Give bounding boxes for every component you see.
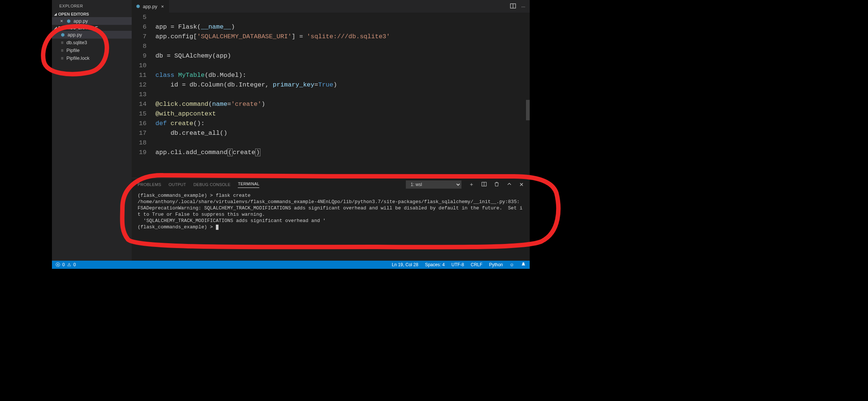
errors-count[interactable]: 0 <box>62 262 65 267</box>
code-content[interactable]: app = Flask(__name__)app.config['SQLALCH… <box>155 13 530 178</box>
status-language[interactable]: Python <box>489 262 503 267</box>
open-editors-section[interactable]: ◢ OPEN EDITORS <box>52 11 132 17</box>
status-encoding[interactable]: UTF-8 <box>451 262 464 267</box>
file-tree-item[interactable]: ≡db.sqlite3 <box>52 39 132 46</box>
close-icon[interactable]: × <box>160 4 165 9</box>
scrollbar[interactable] <box>526 13 530 178</box>
status-eol[interactable]: CRLF <box>471 262 482 267</box>
terminal-content[interactable]: (flask_commands_example) > flask create/… <box>132 191 530 261</box>
status-bar: ⓧ0 ⚠0 Ln 19, Col 28 Spaces: 4 UTF-8 CRLF… <box>52 261 530 269</box>
workspace-section[interactable]: ◢ FLA…DS_EXAMPLE <box>52 25 132 31</box>
file-tree-item[interactable]: ≡Pipfile <box>52 46 132 54</box>
file-tree-item[interactable]: ≡Pipfile.lock <box>52 54 132 62</box>
line-number-gutter: 5678910111213141516171819 <box>132 13 155 178</box>
vscode-window: EXPLORER ◢ OPEN EDITORS × ⬢ app.py ◢ FLA… <box>52 0 530 269</box>
python-file-icon: ⬢ <box>136 4 140 9</box>
close-panel-icon[interactable]: ✕ <box>519 182 524 188</box>
explorer-title: EXPLORER <box>52 0 132 11</box>
editor-tab-bar: ⬢ app.py × ··· <box>132 0 530 13</box>
bottom-panel: PROBLEMS OUTPUT DEBUG CONSOLE TERMINAL 1… <box>132 178 530 261</box>
explorer-sidebar: EXPLORER ◢ OPEN EDITORS × ⬢ app.py ◢ FLA… <box>52 0 132 261</box>
file-name-label: Pipfile <box>66 48 79 53</box>
file-name-label: Pipfile.lock <box>66 55 89 61</box>
open-editor-item[interactable]: × ⬢ app.py <box>52 17 132 25</box>
status-ln-col[interactable]: Ln 19, Col 28 <box>392 262 418 267</box>
file-name-label: db.sqlite3 <box>66 40 87 45</box>
scrollbar-thumb[interactable] <box>526 100 530 120</box>
code-editor[interactable]: 5678910111213141516171819 app = Flask(__… <box>132 13 530 178</box>
errors-icon[interactable]: ⓧ <box>56 262 60 268</box>
feedback-icon[interactable]: ☺ <box>510 262 514 267</box>
chevron-down-icon: ◢ <box>54 12 57 16</box>
status-spaces[interactable]: Spaces: 4 <box>425 262 445 267</box>
file-icon: ≡ <box>61 40 63 45</box>
new-terminal-icon[interactable]: ＋ <box>469 181 474 188</box>
editor-tab-app-py[interactable]: ⬢ app.py × <box>132 0 170 13</box>
notifications-icon[interactable] <box>521 262 526 268</box>
terminal-select[interactable]: 1: wsl <box>406 180 461 189</box>
python-file-icon: ⬢ <box>61 32 65 38</box>
chevron-down-icon: ◢ <box>54 26 57 30</box>
split-editor-icon[interactable] <box>510 3 516 10</box>
panel-tab-problems[interactable]: PROBLEMS <box>138 182 161 187</box>
panel-tab-output[interactable]: OUTPUT <box>169 182 186 187</box>
kill-terminal-icon[interactable] <box>494 182 499 188</box>
panel-tab-debug-console[interactable]: DEBUG CONSOLE <box>194 182 231 187</box>
file-icon: ≡ <box>61 48 63 53</box>
python-file-icon: ⬢ <box>67 19 70 24</box>
file-name-label: app.py <box>68 32 82 38</box>
panel-tab-terminal[interactable]: TERMINAL <box>238 182 259 188</box>
file-icon: ≡ <box>61 56 63 61</box>
warnings-icon[interactable]: ⚠ <box>67 262 71 267</box>
file-tree-item[interactable]: ⬢app.py <box>52 31 132 39</box>
warnings-count[interactable]: 0 <box>73 262 76 267</box>
maximize-panel-icon[interactable] <box>507 182 512 188</box>
split-terminal-icon[interactable] <box>481 182 487 188</box>
more-actions-icon[interactable]: ··· <box>521 4 525 9</box>
close-icon[interactable]: × <box>59 18 64 24</box>
